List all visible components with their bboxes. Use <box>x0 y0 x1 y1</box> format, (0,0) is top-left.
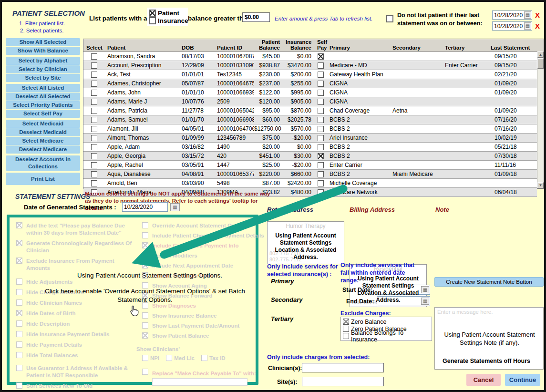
scroll-up-icon[interactable]: ▲ <box>537 52 544 58</box>
last-statement-from-date[interactable]: 10/28/2020 ▦ <box>492 10 532 20</box>
self-pay-checkbox[interactable] <box>318 72 324 78</box>
insurance-balance-cell: $0.00 <box>283 53 314 60</box>
clear-date-to-icon[interactable]: X <box>535 22 540 30</box>
row-select-checkbox[interactable] <box>91 126 97 132</box>
row-select-checkbox[interactable] <box>91 90 97 96</box>
sidebar-button-show-with-balance[interactable]: Show With Balance <box>6 47 80 55</box>
checkbox <box>16 320 22 327</box>
self-pay-checkbox[interactable] <box>318 108 324 114</box>
row-select-checkbox[interactable] <box>91 171 97 177</box>
self-pay-checkbox[interactable] <box>318 99 324 105</box>
scroll-down-icon[interactable]: ▼ <box>537 182 544 188</box>
self-pay-cell <box>314 53 327 60</box>
calendar-icon[interactable]: ▦ <box>524 11 531 19</box>
dob-cell: 12/29/09 <box>179 62 214 69</box>
last-statement-cell: 09/15/20 <box>488 62 536 69</box>
patient-cell: Apple, Georgia <box>104 153 179 159</box>
row-select-checkbox[interactable] <box>91 162 97 168</box>
sidebar-button-select-all-listed[interactable]: Select All Listed <box>6 84 80 92</box>
row-select-checkbox[interactable] <box>91 99 97 105</box>
id-cell: 2509 <box>214 98 254 105</box>
sidebar-group: Select All ListedDeselect All SelectedSe… <box>6 84 80 118</box>
self-pay-cell <box>314 116 327 123</box>
checkbox <box>142 369 148 375</box>
self-pay-checkbox[interactable] <box>318 53 324 60</box>
row-select-checkbox[interactable] <box>91 81 97 87</box>
sidebar-button-select-priority-patients[interactable]: Select Priority Patients <box>6 101 80 109</box>
patient-balance-cell: $451.00 <box>254 153 283 159</box>
row-select-checkbox[interactable] <box>91 53 97 60</box>
self-pay-checkbox[interactable] <box>318 189 324 196</box>
row-select-checkbox[interactable] <box>91 108 97 114</box>
sidebar-group: Show All SelectedShow With Balance <box>6 38 80 55</box>
row-select-checkbox[interactable] <box>91 180 97 186</box>
self-pay-checkbox[interactable] <box>318 135 324 141</box>
self-pay-checkbox[interactable] <box>318 62 324 69</box>
row-select-checkbox[interactable] <box>91 62 97 69</box>
list-with-insurance-checkbox[interactable] <box>149 17 156 24</box>
dob-cell: 03/16/82 <box>179 144 214 150</box>
list-with-patient-checkbox[interactable] <box>149 10 156 17</box>
primary-cell: Blue Care Network <box>327 189 390 196</box>
row-select-checkbox[interactable] <box>91 135 97 141</box>
sidebar-button-show-all-selected[interactable]: Show All Selected <box>6 38 80 46</box>
self-pay-checkbox[interactable] <box>318 153 324 159</box>
enable-override-click-text[interactable]: Click here to enable 'Override Account S… <box>30 287 260 304</box>
balance-amount-input[interactable]: $0.00 <box>242 12 270 22</box>
calendar-icon[interactable]: ▦ <box>170 203 180 211</box>
self-pay-checkbox[interactable] <box>318 162 324 168</box>
zero-patient-balance-checkbox[interactable] <box>343 326 349 332</box>
balance-belongs-to-insurance-checkbox[interactable] <box>343 333 349 339</box>
statement-option-hide-insurance-payment-details: Hide Insurance Payment Details <box>16 331 138 338</box>
self-pay-checkbox[interactable] <box>318 126 324 132</box>
self-pay-checkbox[interactable] <box>318 81 324 87</box>
self-pay-cell <box>314 162 327 168</box>
statement-option-label: Hide Total Balances <box>26 352 78 359</box>
dob-cell: 05/07/87 <box>179 80 214 87</box>
id-cell: 420 <box>214 153 254 159</box>
row-select-checkbox[interactable] <box>91 153 97 159</box>
site-input[interactable] <box>302 377 384 386</box>
sidebar-button-select-medicare[interactable]: Select Medicare <box>6 137 80 145</box>
continue-button[interactable]: Continue <box>505 374 540 386</box>
self-pay-cell <box>314 98 327 105</box>
checkbox <box>142 332 148 339</box>
self-pay-checkbox[interactable] <box>318 171 324 177</box>
sidebar-button-select-by-clinician[interactable]: Select by Clinician <box>6 65 80 73</box>
column-header-tertiary: Tertiary <box>442 45 488 52</box>
page-title: PATIENT SELECTION <box>12 9 85 17</box>
clear-date-from-icon[interactable]: X <box>535 11 540 19</box>
sidebar-button-deselect-medicaid[interactable]: Deselect Medicaid <box>6 128 80 136</box>
sidebar-button-select-by-alphabet[interactable]: Select by Alphabet <box>6 57 80 65</box>
sidebar-button-select-self-pay[interactable]: Select Self Pay <box>6 110 80 118</box>
sidebar-button-deselect-medicare[interactable]: Deselect Medicare <box>6 145 80 154</box>
create-note-button[interactable]: Create New Statement Note Button <box>434 277 544 287</box>
self-pay-checkbox[interactable] <box>318 90 324 96</box>
do-not-list-checkbox[interactable] <box>386 15 393 22</box>
self-pay-checkbox[interactable] <box>318 144 324 150</box>
sidebar-group: Print List <box>6 173 80 185</box>
last-statement-to-date[interactable]: 10/28/2020 ▦ <box>492 21 532 31</box>
table-scrollbar[interactable]: ▲ ▼ <box>537 52 544 188</box>
self-pay-checkbox[interactable] <box>318 117 324 123</box>
sidebar-button-deselect-all-selected[interactable]: Deselect All Selected <box>6 93 80 101</box>
cancel-button[interactable]: Cancel <box>466 374 501 386</box>
select-cell <box>83 89 104 96</box>
row-select-checkbox[interactable] <box>91 72 97 78</box>
row-select-checkbox[interactable] <box>91 117 97 123</box>
secondary-cell: Miami Medicare <box>390 171 442 177</box>
sidebar-button-select-medicaid[interactable]: Select Medicaid <box>6 120 80 128</box>
generated-date-input[interactable]: 10/28/2020 <box>122 202 168 212</box>
clinician-input[interactable] <box>302 363 384 372</box>
scrollbar-thumb[interactable] <box>537 58 544 69</box>
sidebar-button-print-list[interactable]: Print List <box>6 173 80 185</box>
row-select-checkbox[interactable] <box>91 144 97 150</box>
sidebar-button-deselect-accounts-in-collections[interactable]: Deselect Accounts in Collections <box>6 155 80 171</box>
last-statement-cell: 02/21/20 <box>488 71 536 78</box>
clinician-id-option: Med Lic <box>166 355 195 361</box>
replace-payable-input <box>152 378 247 386</box>
zero-balance-checkbox[interactable] <box>343 319 349 325</box>
self-pay-checkbox[interactable] <box>318 180 324 186</box>
calendar-icon[interactable]: ▦ <box>524 22 531 30</box>
sidebar-button-select-by-site[interactable]: Select by Site <box>6 74 80 82</box>
